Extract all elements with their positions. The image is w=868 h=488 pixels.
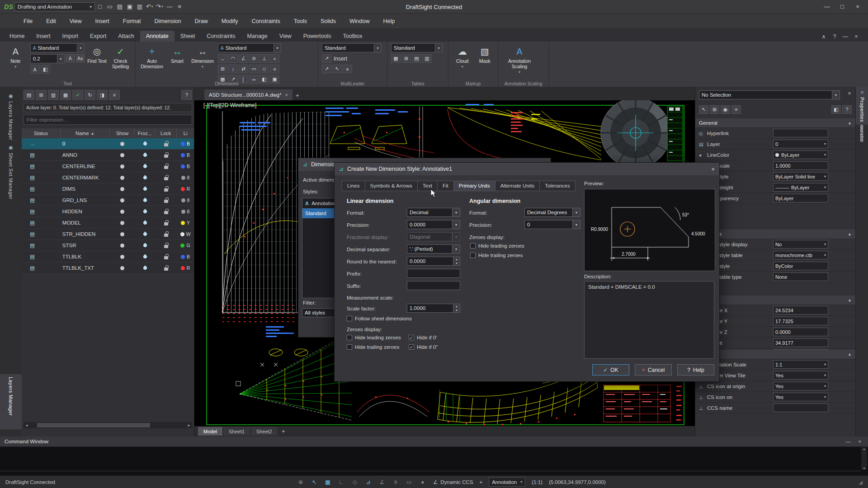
- ribbon-tab[interactable]: Toolbox: [337, 31, 368, 42]
- note-button[interactable]: A Note ▾: [4, 43, 28, 70]
- annotation-scaling-button[interactable]: A Annotation Scaling ▾: [502, 43, 537, 75]
- layer-freeze-toggle[interactable]: [135, 232, 155, 236]
- dimension-tool-icon[interactable]: ◇: [259, 65, 269, 73]
- collapse-section-icon[interactable]: ▲: [848, 232, 852, 236]
- layer-lock-toggle[interactable]: [155, 243, 177, 248]
- menu-item[interactable]: Modify: [222, 18, 238, 24]
- command-close-icon[interactable]: ×: [856, 439, 863, 444]
- layer-row[interactable]: → ▤ HIDDEN 8: [22, 206, 194, 217]
- ribbon-help-icon[interactable]: ?: [829, 32, 840, 42]
- command-input[interactable]: [4, 472, 859, 474]
- layer-show-toggle[interactable]: [110, 198, 135, 202]
- dimension-tool-icon[interactable]: ▭: [249, 65, 259, 73]
- layer-freeze-toggle[interactable]: [135, 142, 155, 145]
- layer-color-cell[interactable]: 8: [177, 209, 194, 214]
- property-value[interactable]: 0 ▾: [773, 140, 828, 148]
- layer-lock-toggle[interactable]: [155, 153, 177, 158]
- section-header[interactable]: General▲: [695, 118, 855, 128]
- layer-color-cell[interactable]: W: [177, 231, 194, 237]
- dialog-tab[interactable]: Alternate Units: [495, 181, 540, 191]
- text-frame-icon[interactable]: ◧: [41, 65, 50, 74]
- scale-factor-spinner[interactable]: 1.0000▲▼: [407, 304, 460, 313]
- property-value[interactable]: monochrome.ctb ▾: [773, 251, 828, 259]
- angular-hide-leading-checkbox[interactable]: Hide leading zeroes: [470, 242, 524, 249]
- entity-track-icon[interactable]: ∠: [378, 479, 386, 485]
- property-value[interactable]: ByLayer Solid line ▾: [773, 172, 828, 181]
- angular-format-combo[interactable]: Decimal Degrees▾: [524, 208, 580, 217]
- property-value[interactable]: 1:1 ▾: [773, 360, 828, 369]
- ribbon-tab[interactable]: Home: [4, 31, 30, 42]
- ribbon-tab[interactable]: Import: [57, 31, 84, 42]
- new-layer-icon[interactable]: ▤: [24, 90, 34, 100]
- table-tool-icon[interactable]: ▥: [422, 54, 432, 63]
- new-document-tab-button[interactable]: +: [292, 90, 302, 100]
- multileader-tool-icon[interactable]: ↖: [332, 65, 342, 73]
- layers-help-icon[interactable]: ?: [181, 90, 192, 100]
- layers-horizontal-scrollbar[interactable]: ◄ ►: [24, 422, 192, 428]
- column-linecolor[interactable]: Li: [177, 128, 194, 138]
- layer-freeze-toggle[interactable]: [135, 266, 155, 270]
- annotation-scale-combo[interactable]: Annotation ▾: [489, 477, 525, 487]
- dimension-tool-icon[interactable]: ⊘: [249, 54, 259, 63]
- save-all-button[interactable]: ▤: [115, 2, 125, 11]
- menu-item[interactable]: View: [70, 18, 82, 24]
- column-name[interactable]: Name ▲: [61, 128, 110, 138]
- layer-grid-icon[interactable]: ⊞: [36, 90, 47, 100]
- selection-filter-combo[interactable]: No Selection ▾: [699, 90, 840, 99]
- layer-row[interactable]: → ▤ TTLBLK_TXT R: [22, 263, 194, 274]
- property-row[interactable]: ⊥ CS icon on Yes ▾: [695, 392, 855, 403]
- layer-lock-toggle[interactable]: [155, 175, 177, 180]
- layer-freeze-toggle[interactable]: [135, 153, 155, 157]
- ortho-icon[interactable]: ∟: [337, 479, 345, 485]
- dialog-tab[interactable]: Tolerances: [539, 181, 576, 191]
- dropdown-arrow-icon[interactable]: ▾: [824, 253, 826, 257]
- property-value[interactable]: ▾: [773, 404, 828, 412]
- text-case-button[interactable]: Aa: [76, 54, 85, 62]
- snap-icon[interactable]: ⊕: [297, 479, 305, 485]
- check-spelling-button[interactable]: ✓ Check Spelling: [109, 43, 132, 69]
- layer-options-icon[interactable]: ≡: [109, 90, 120, 100]
- command-window[interactable]: Command Window — × ▲ ▼: [0, 436, 868, 475]
- menu-item[interactable]: Tools: [294, 18, 307, 24]
- property-value[interactable]: ——— ByLayer ▾: [773, 183, 828, 192]
- dialog-tab[interactable]: Fit: [437, 181, 454, 191]
- layer-show-toggle[interactable]: [110, 221, 135, 225]
- window-minimize-button[interactable]: —: [819, 1, 835, 13]
- menu-item[interactable]: Format: [123, 18, 141, 24]
- layer-freeze-toggle[interactable]: [135, 244, 155, 247]
- text-size-combo[interactable]: 0.2▾: [30, 54, 65, 63]
- suffix-input[interactable]: [407, 281, 460, 290]
- ribbon-tab[interactable]: Annotate: [140, 31, 175, 42]
- layer-show-toggle[interactable]: [110, 153, 135, 157]
- column-show[interactable]: Show: [110, 128, 135, 138]
- dropdown-arrow-icon[interactable]: ▾: [824, 362, 826, 366]
- ribbon-tab[interactable]: Attach: [112, 31, 140, 42]
- layer-row[interactable]: → ▤ TTLBLK B: [22, 251, 194, 263]
- properties-select-icon[interactable]: ↖: [699, 105, 708, 114]
- layer-lock-toggle[interactable]: [155, 232, 177, 237]
- properties-expand-icon[interactable]: ◧: [831, 105, 841, 114]
- grid-icon[interactable]: ▦: [324, 479, 332, 485]
- close-document-icon[interactable]: ×: [285, 92, 288, 98]
- menu-item[interactable]: Window: [349, 18, 369, 24]
- property-value[interactable]: Yes ▾: [773, 393, 828, 401]
- layer-color-cell[interactable]: 8: [177, 175, 194, 180]
- scroll-down-icon[interactable]: ▼: [863, 467, 866, 470]
- dimension-tool-icon[interactable]: +: [270, 54, 279, 63]
- dimension-tool-icon[interactable]: ⊞: [218, 65, 227, 73]
- property-value[interactable]: ByColor ▾: [773, 262, 828, 270]
- undo-button[interactable]: ↶▾: [145, 2, 155, 11]
- dimension-tool-icon[interactable]: ⊥: [259, 54, 269, 63]
- property-row[interactable]: ◎ Hyperlink ▾: [695, 128, 855, 139]
- redo-button[interactable]: ↷▾: [155, 2, 165, 11]
- layer-apply-icon[interactable]: ✓: [72, 90, 83, 100]
- customize-quickbar-button[interactable]: ≡: [175, 2, 184, 11]
- ribbon-collapse-icon[interactable]: ∧: [818, 32, 829, 42]
- dropdown-arrow-icon[interactable]: ▾: [824, 185, 826, 189]
- ribbon-minimize-icon[interactable]: —: [840, 32, 851, 42]
- entity-snap-icon[interactable]: ⊿: [364, 479, 373, 485]
- new-sheet-button[interactable]: +: [278, 427, 288, 436]
- property-row[interactable]: ⊥ CS icon at origin Yes ▾: [695, 381, 855, 392]
- layer-row[interactable]: → ▤ STR_HIDDEN W: [22, 229, 194, 240]
- hide-if-feet-checkbox[interactable]: ✓Hide if 0': [409, 334, 437, 341]
